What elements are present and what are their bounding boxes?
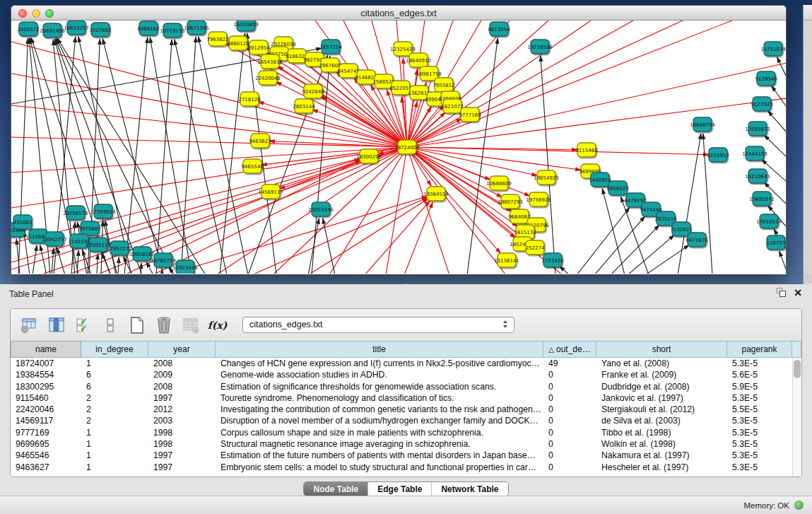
tab-network-table[interactable]: Network Table	[431, 482, 507, 496]
graph-node[interactable]: 252274	[526, 240, 545, 255]
graph-node[interactable]: 10719135	[160, 23, 185, 37]
graph-node[interactable]: 9242848	[302, 84, 324, 98]
memory-status-icon[interactable]	[794, 501, 804, 510]
table-row[interactable]: 2242004622012Investigating the contribut…	[11, 404, 801, 415]
graph-node[interactable]: 7955812	[433, 78, 454, 92]
network-view-window[interactable]: citations_edges.txt 79638228860128891295…	[11, 5, 787, 274]
graph-node[interactable]: 7857224	[319, 40, 342, 54]
graph-node[interactable]: 9465546	[241, 159, 264, 173]
graph-node[interactable]: 10688609	[486, 176, 512, 190]
graph-node[interactable]: 19218506	[527, 40, 553, 54]
table-row[interactable]: 946554611997Estimation of the future num…	[11, 450, 801, 461]
table-row[interactable]: 969969511998Structural magnetic resonanc…	[11, 438, 801, 450]
graph-node[interactable]: 13942757	[42, 232, 67, 246]
graph-node[interactable]: 18300295	[356, 149, 382, 163]
graph-node[interactable]: 12923446	[172, 260, 198, 274]
table-mode-button[interactable]	[19, 315, 40, 336]
graph-node[interactable]: 8215953	[707, 148, 729, 162]
table-cell: Hescheler et al. (1997)	[596, 462, 727, 473]
column-header-title[interactable]: title	[216, 341, 543, 358]
table-row[interactable]: 977716911998Corpus callosum shape and si…	[11, 427, 801, 438]
function-builder-button[interactable]: f(x)	[207, 315, 228, 336]
graph-node[interactable]: 435081	[13, 215, 33, 229]
graph-node[interactable]: 7963822	[206, 32, 228, 46]
graph-node[interactable]: 9975887	[78, 221, 100, 235]
table-row[interactable]: 1872400712008Changes of HCN gene express…	[11, 358, 801, 369]
graph-node[interactable]: 18807293	[498, 194, 523, 209]
graph-node[interactable]: 1621072	[441, 99, 463, 113]
graph-node[interactable]: 16210643	[745, 169, 770, 183]
graph-node[interactable]: 19384554	[423, 187, 449, 201]
column-header-in_degree[interactable]: in_degree	[81, 341, 148, 358]
table-row[interactable]: 911546021997Tourette syndrome. Phenomeno…	[11, 392, 801, 404]
graph-node[interactable]: 9227343	[751, 97, 772, 111]
graph-node[interactable]: 9129946	[755, 71, 777, 86]
tab-node-table[interactable]: Node Table	[304, 482, 367, 496]
graph-node[interactable]: 1733426	[541, 253, 564, 267]
graph-node[interactable]: 15692071	[749, 192, 775, 206]
graph-node[interactable]: 20206576	[63, 206, 88, 220]
graph-node[interactable]: 12093872	[745, 122, 770, 136]
float-panel-icon[interactable]	[777, 288, 787, 298]
graph-node[interactable]: 16033809	[233, 21, 259, 31]
graph-node[interactable]: 19654923	[534, 170, 559, 185]
svg-text:18640910: 18640910	[406, 58, 431, 64]
graph-node[interactable]: 17359924	[90, 204, 116, 218]
graph-node[interactable]: 9115460	[575, 143, 597, 157]
graph-node[interactable]: 16648794	[690, 117, 715, 132]
graph-node[interactable]: 14569117	[258, 185, 283, 199]
delete-table-button[interactable]: ✕	[180, 315, 201, 336]
graph-node[interactable]: 15136141	[494, 253, 519, 267]
graph-node[interactable]: 18640910	[406, 53, 431, 67]
table-row[interactable]: 946362711997Embryonic stem cells: a mode…	[11, 462, 801, 473]
vertical-scrollbar[interactable]	[792, 358, 801, 477]
graph-node[interactable]: 2405572	[17, 22, 39, 36]
table-selector-dropdown[interactable]: citations_edges.txt	[242, 317, 514, 333]
graph-node[interactable]: 9463627	[249, 134, 271, 148]
graph-node[interactable]: 17016534	[756, 214, 782, 228]
table-row[interactable]: 1830029562008Estimation of significance …	[11, 381, 801, 392]
graph-node[interactable]: 19756928	[526, 192, 551, 206]
graph-node[interactable]: 2803144	[293, 99, 315, 113]
create-column-button[interactable]	[126, 315, 147, 336]
graph-node[interactable]: 8471676	[686, 233, 708, 247]
graph-node[interactable]: 8912954	[247, 40, 270, 54]
tab-edge-table[interactable]: Edge Table	[367, 482, 431, 496]
graph-node[interactable]: 10653257	[64, 21, 89, 35]
close-panel-icon[interactable]: ✕	[794, 288, 802, 298]
graph-node[interactable]: 18724007	[394, 140, 420, 154]
column-header-short[interactable]: short	[596, 341, 727, 358]
graph-node[interactable]: 9777169	[459, 107, 481, 122]
graph-node[interactable]: 1527602	[89, 23, 111, 37]
dropdown-arrows-icon	[503, 320, 507, 328]
row-view-button[interactable]	[100, 315, 120, 336]
scrollbar-thumb[interactable]	[794, 360, 801, 378]
graph-node[interactable]: 8958923	[606, 181, 628, 195]
graph-node[interactable]: 8813054	[488, 22, 510, 36]
graph-node[interactable]: 20691406	[40, 23, 65, 37]
graph-node[interactable]: 16543812	[257, 54, 283, 69]
column-header-year[interactable]: year	[148, 341, 216, 358]
column-header-out_de[interactable]: △out_de…	[543, 341, 596, 358]
graph-node[interactable]: 12444159	[742, 146, 767, 160]
graph-node[interactable]: 17957272	[107, 241, 132, 255]
column-header-pagerank[interactable]: pagerank	[727, 341, 792, 358]
table-row[interactable]: 1456911722003Disruption of a novel membe…	[11, 415, 801, 426]
graph-node[interactable]: 6466162	[137, 21, 159, 35]
graph-node[interactable]: 116753	[767, 235, 786, 250]
delete-column-button[interactable]	[153, 315, 174, 336]
network-canvas[interactable]: 7963822886012889129542322605898275051654…	[11, 21, 786, 274]
window-titlebar[interactable]: citations_edges.txt	[11, 6, 786, 21]
graph-node[interactable]: 20053346	[308, 202, 334, 216]
svg-text:✕: ✕	[194, 328, 198, 333]
column-header-name[interactable]: name	[11, 341, 81, 358]
table-row[interactable]: 1938455462009Genome-wide association stu…	[11, 369, 801, 380]
graph-node[interactable]: 2718126	[238, 92, 261, 106]
graph-node[interactable]: 15751074	[760, 42, 786, 56]
show-columns-button[interactable]	[46, 315, 66, 336]
resize-grip-icon[interactable]	[804, 274, 811, 283]
select-rows-button[interactable]: ✓✓	[73, 315, 93, 336]
graph-node[interactable]: 16671385	[184, 21, 209, 35]
graph-node[interactable]: 8860128	[227, 36, 249, 50]
graph-node[interactable]: 22420046	[255, 71, 281, 85]
